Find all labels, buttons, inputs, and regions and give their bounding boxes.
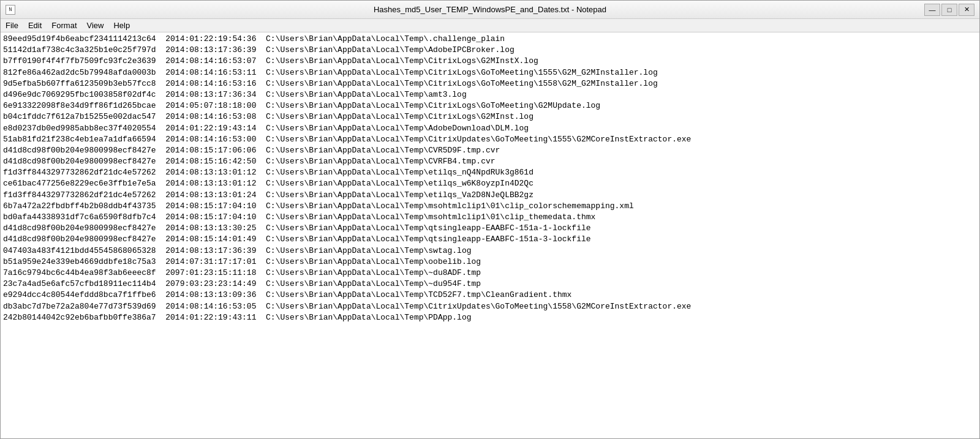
text-line: b51a959e24e339eb4669ddbfe18c75a3 2014:07… xyxy=(3,257,977,268)
text-line: ce61bac477256e8229ec6e3ffb1e7e5a 2014:08… xyxy=(3,178,977,189)
text-line: 51142d1af738c4c3a325b1e0c25f797d 2014:08… xyxy=(3,45,977,56)
text-line: e8d0237db0ed9985abb8ec37f4020554 2014:01… xyxy=(3,123,977,134)
text-line: b7ff0190f4f4f7fb7509fc93fc2e3639 2014:08… xyxy=(3,56,977,67)
title-bar: N Hashes_md5_User_TEMP_WindowsPE_and_Dat… xyxy=(1,1,979,19)
text-line: 23c7a4ad5e6afc57cfbd18911ec114b4 2079:03… xyxy=(3,279,977,290)
window-title: Hashes_md5_User_TEMP_WindowsPE_and_Dates… xyxy=(374,5,606,14)
text-line: 9d5efba5b607ffa6123509b3eb57fcc8 2014:08… xyxy=(3,78,977,89)
text-line: 812fe86a462ad2dc5b79948afda0003b 2014:08… xyxy=(3,67,977,78)
text-content: 89eed95d19f4b6eabcf2341114213c64 2014:01… xyxy=(3,34,977,323)
text-line: 89eed95d19f4b6eabcf2341114213c64 2014:01… xyxy=(3,34,977,45)
menu-format[interactable]: Format xyxy=(47,19,81,32)
minimize-button[interactable]: — xyxy=(924,4,940,16)
text-line: f1d3ff8443297732862df21dc4e57262 2014:08… xyxy=(3,167,977,178)
text-line: db3abc7d7be72a2a804e77d73f539d69 2014:08… xyxy=(3,301,977,312)
notepad-window: N Hashes_md5_User_TEMP_WindowsPE_and_Dat… xyxy=(0,0,980,439)
text-line: e9294dcc4c80544efddd8bca7f1ffbe6 2014:08… xyxy=(3,290,977,301)
text-line: b04c1fddc7f612a7b15255e002dac547 2014:08… xyxy=(3,111,977,122)
text-line: 6e913322098f8e34d9ff86f1d265bcae 2014:05… xyxy=(3,100,977,111)
text-line: 7a16c9794bc6c44b4ea98f3ab6eeec8f 2097:01… xyxy=(3,268,977,279)
text-line: 51ab81fd21f238c4eb1ea7a1dfa66594 2014:08… xyxy=(3,134,977,145)
text-line: d41d8cd98f00b204e9800998ecf8427e 2014:08… xyxy=(3,156,977,167)
menu-edit[interactable]: Edit xyxy=(23,19,47,32)
window-controls: — □ ✕ xyxy=(924,4,974,16)
text-editor-area[interactable]: 89eed95d19f4b6eabcf2341114213c64 2014:01… xyxy=(1,32,979,438)
app-icon-label: N xyxy=(9,7,12,13)
app-icon: N xyxy=(6,5,15,15)
text-line: d41d8cd98f00b204e9800998ecf8427e 2014:08… xyxy=(3,145,977,156)
menu-bar: File Edit Format View Help xyxy=(1,19,979,32)
maximize-button[interactable]: □ xyxy=(941,4,957,16)
text-line: bd0afa44338931df7c6a6590f8dfb7c4 2014:08… xyxy=(3,212,977,223)
menu-file[interactable]: File xyxy=(1,19,23,32)
menu-view[interactable]: View xyxy=(82,19,109,32)
close-button[interactable]: ✕ xyxy=(959,4,974,16)
text-line: 6b7a472a22fbdbff4b2b08ddb4f43735 2014:08… xyxy=(3,201,977,212)
text-line: f1d3ff8443297732862df21dc4e57262 2014:08… xyxy=(3,190,977,201)
text-line: d41d8cd98f00b204e9800998ecf8427e 2014:08… xyxy=(3,223,977,234)
title-bar-left: N xyxy=(6,5,15,15)
text-line: d41d8cd98f00b204e9800998ecf8427e 2014:08… xyxy=(3,234,977,245)
text-line: 242b80144042c92eb6bafbb0ffe386a7 2014:01… xyxy=(3,312,977,323)
text-line: 047403a483f4121bdd45545868065328 2014:08… xyxy=(3,246,977,257)
menu-help[interactable]: Help xyxy=(108,19,135,32)
text-line: d496e9dc7069295fbc1003858f02df4c 2014:08… xyxy=(3,89,977,100)
